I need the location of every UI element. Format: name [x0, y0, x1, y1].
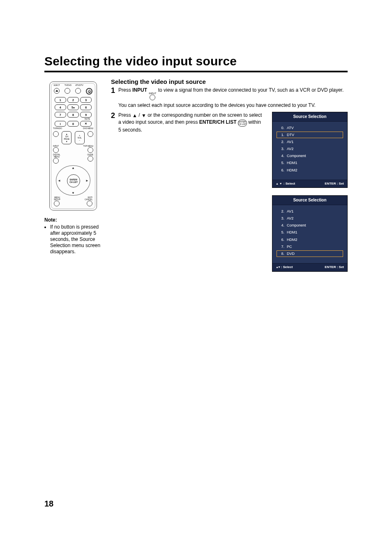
osd-item: 6HDM2 — [277, 167, 343, 173]
osd-item-label: AV2 — [287, 216, 293, 221]
up-triangle-icon: ▲ — [132, 112, 137, 119]
remote-num-5: 5● — [67, 104, 79, 110]
osd-item-label: AV1 — [287, 209, 293, 214]
osd-item-number: 3 — [279, 216, 284, 221]
osd-item-number: 5 — [279, 160, 284, 165]
osd-item-label: HDM1 — [287, 160, 297, 165]
step2-text-a: Press — [118, 112, 132, 118]
osd-a-title: Source Selection — [272, 112, 347, 122]
remote-guide-button — [88, 156, 93, 162]
osd-item: 3AV2 — [277, 215, 343, 222]
osd-item-number: 0 — [279, 125, 284, 130]
osd-item-label: ATV — [287, 125, 294, 130]
title-rule — [44, 71, 348, 72]
osd-a-foot-right: ENTER : Set — [325, 182, 344, 186]
input-button-icon: INPUT — [149, 92, 156, 100]
osd-item: 5HDM1 — [277, 160, 343, 166]
osd-item: 4Component — [277, 153, 343, 159]
remote-mute-button: ✕ — [80, 121, 92, 127]
remote-num-0: 0 — [67, 121, 79, 127]
right-column: Selecting the video input source 1 Press… — [111, 78, 348, 273]
osd-a-footer: : Select ENTER : Set — [272, 180, 347, 188]
step1-input-label: INPUT — [132, 87, 147, 93]
osd-panel-a: Source Selection 0ATV1DTV2AV13AV24Compon… — [272, 112, 348, 188]
osd-item-number: 4 — [279, 153, 284, 158]
remote-topmenu-button — [88, 147, 93, 153]
remote-enter-button: ENTER/ CH LIST — [67, 174, 80, 187]
step1-text-a: Press — [118, 87, 132, 93]
osd-item: 7PC — [277, 243, 343, 250]
osd-b-body: 2AV13AV24Component5HDM16HDM27PC8DVD — [272, 205, 347, 263]
remote-num-2: 2 — [67, 97, 79, 103]
remote-dvdmenu-button — [88, 131, 93, 137]
osd-item-number: 6 — [279, 168, 284, 173]
step2-enter-label: ENTER/CH LIST — [199, 119, 237, 125]
step-2-number: 2 — [111, 112, 118, 272]
remote-label-atvdtv: ATV/DTV — [75, 84, 82, 86]
up-down-arrows-icon — [276, 265, 281, 269]
page-content: Selecting the video input source EJECT T… — [44, 54, 348, 273]
osd-item-number: 2 — [279, 209, 284, 214]
step2-slash: / — [137, 112, 141, 118]
note-block: Note: If no button is pressed after appr… — [44, 217, 102, 255]
osd-item-label: DVD — [287, 251, 295, 256]
remote-info-button: i — [55, 121, 66, 127]
step1-text-b: to view a signal from the device connect… — [157, 87, 344, 93]
osd-a-body: 0ATV1DTV2AV13AV24Component5HDM16HDM2 — [272, 122, 347, 180]
remote-label-exitcancel: EXIT/ CANCEL — [85, 197, 92, 201]
osd-item-label: HDM1 — [287, 230, 297, 235]
remote-num-3: 3 — [80, 97, 92, 103]
osd-item-label: PC — [287, 244, 292, 249]
remote-tvdvd-button — [65, 88, 70, 94]
osd-item-number: 5 — [279, 230, 284, 235]
remote-label-menusetup: MENU SETUP — [54, 197, 60, 201]
remote-label-dvdmenu: DVD MENU — [83, 127, 93, 130]
step-1: 1 Press INPUT INPUT to view a signal fro… — [111, 87, 348, 110]
remote-digitalmenu-button — [53, 158, 59, 164]
osd-b-foot-right: ENTER : Set — [325, 265, 344, 270]
osd-item: 6HDM2 — [277, 236, 343, 243]
osd-item-label: HDM2 — [287, 168, 297, 173]
osd-item: 0ATV — [277, 125, 343, 131]
remote-num-8: 8 — [67, 112, 79, 118]
remote-label-tvdvd: TV/DVD — [65, 84, 71, 86]
osd-b-title: Source Selection — [272, 196, 347, 205]
osd-item-label: AV2 — [287, 146, 293, 151]
remote-tvradio-button — [53, 131, 59, 137]
remote-num-7: 7 — [55, 112, 66, 118]
left-column: EJECT TV/DVD ATV/DTV ⏏ ⏻ 123 45●6 — [44, 78, 102, 273]
osd-item: 3AV2 — [277, 146, 343, 152]
remote-label-mute: MUTE — [54, 118, 90, 120]
columns: EJECT TV/DVD ATV/DTV ⏏ ⏻ 123 45●6 — [44, 78, 348, 273]
osd-b-footer: : Select ENTER : Set — [272, 263, 347, 271]
osd-item: 1DTV — [277, 132, 343, 138]
remote-label-tvradio: TV/RADIO — [53, 127, 62, 130]
step1-text-c: You can select each input source accordi… — [118, 102, 348, 109]
osd-item-number: 7 — [279, 244, 284, 249]
up-down-arrows-icon — [276, 182, 284, 185]
remote-atvdtv-button — [75, 88, 81, 94]
remote-dpad: ▲ ▼ ◄ ► ENTER/ CH LIST — [56, 165, 90, 196]
page-title: Selecting the video input source — [44, 54, 348, 68]
remote-vol-button: +VOL− — [75, 131, 85, 144]
remote-exitcancel-button — [87, 201, 92, 206]
osd-column: Source Selection 0ATV1DTV2AV13AV24Compon… — [272, 112, 348, 272]
note-item: If no button is pressed after approximat… — [50, 224, 102, 255]
remote-ch-button: ▲CH PAGE▼ — [62, 131, 71, 144]
remote-num-1: 1 — [55, 97, 66, 103]
osd-item: 8DVD — [277, 250, 343, 257]
osd-a-foot-left: : Select — [284, 182, 295, 185]
osd-b-foot-left: : Select — [281, 265, 293, 269]
remote-power-button: ⏻ — [86, 88, 92, 95]
down-triangle-icon: ▼ — [141, 112, 146, 119]
step2-text: Press ▲ / ▼ or the corresponding number … — [118, 112, 265, 135]
step-1-number: 1 — [111, 87, 118, 110]
step-2: 2 Press ▲ / ▼ or the corresponding numbe… — [111, 112, 348, 272]
osd-item-label: HDM2 — [287, 237, 297, 242]
osd-item-label: DTV — [287, 132, 294, 137]
osd-panel-b: Source Selection 2AV13AV24Component5HDM1… — [272, 195, 348, 271]
remote-menusetup-button — [54, 201, 60, 206]
osd-item-number: 6 — [279, 237, 284, 242]
remote-number-grid: 123 45●6 789 MUTE i0✕ — [51, 95, 95, 127]
osd-item-label: AV1 — [287, 139, 293, 144]
